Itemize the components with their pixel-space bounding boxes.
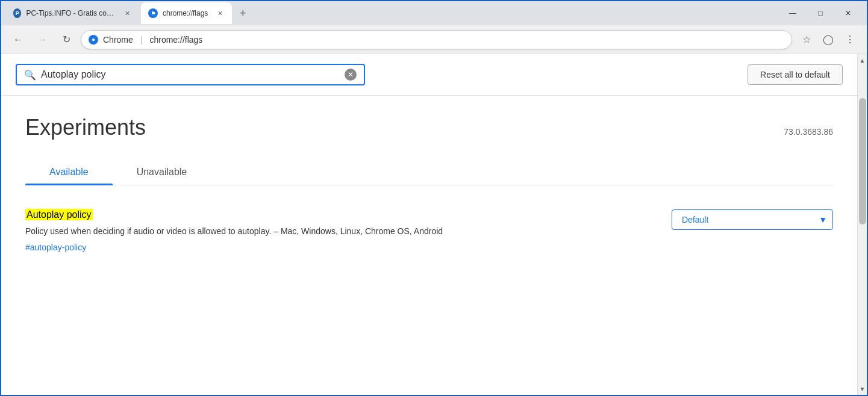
flag-link[interactable]: #autoplay-policy	[25, 243, 652, 252]
account-button[interactable]: ◯	[819, 30, 838, 49]
flags-header: 🔍 ✕ Reset all to default	[1, 54, 857, 96]
flag-name: Autoplay policy	[25, 209, 93, 220]
address-bar[interactable]: ● Chrome | chrome://flags	[81, 30, 792, 49]
version-text: 73.0.3683.86	[784, 127, 833, 137]
search-clear-button[interactable]: ✕	[345, 69, 357, 81]
address-path: chrome://flags	[149, 35, 202, 45]
scroll-thumb[interactable]	[859, 98, 866, 224]
search-input[interactable]	[41, 69, 340, 80]
bookmark-button[interactable]: ☆	[797, 30, 816, 49]
tab-flags[interactable]: chrome://flags ✕	[141, 2, 232, 24]
tab-flags-close[interactable]: ✕	[215, 8, 225, 18]
tab-flags-title: chrome://flags	[163, 9, 208, 17]
tab-pctips-favicon: P	[13, 8, 21, 18]
reset-all-button[interactable]: Reset all to default	[748, 64, 843, 85]
close-button[interactable]: ✕	[834, 4, 862, 23]
tab-pctips-close[interactable]: ✕	[123, 8, 131, 18]
flag-name-wrapper: Autoplay policy	[25, 209, 652, 220]
content-area: 🔍 ✕ Reset all to default Experiments 73.…	[1, 54, 867, 395]
address-separator: |	[140, 35, 143, 45]
minimize-button[interactable]: —	[779, 4, 807, 23]
main-content: 🔍 ✕ Reset all to default Experiments 73.…	[1, 54, 857, 395]
flag-description: Policy used when deciding if audio or vi…	[25, 225, 495, 238]
maximize-button[interactable]: □	[807, 4, 834, 23]
tabs-container: Available Unavailable	[25, 159, 833, 185]
flag-select[interactable]: Default No user gesture required User ge…	[672, 209, 833, 230]
flag-entry: Autoplay policy Policy used when decidin…	[25, 200, 833, 262]
tab-flags-favicon	[148, 8, 158, 18]
tab-pctips-title: PC-Tips.INFO - Gratis computer t	[26, 9, 116, 17]
search-box: 🔍 ✕	[16, 64, 365, 85]
flag-info: Autoplay policy Policy used when decidin…	[25, 209, 652, 252]
forward-button[interactable]: →	[33, 30, 52, 49]
browser-window: P PC-Tips.INFO - Gratis computer t ✕ chr…	[0, 0, 868, 396]
flags-list: Autoplay policy Policy used when decidin…	[25, 185, 833, 276]
tab-unavailable[interactable]: Unavailable	[113, 159, 211, 185]
address-favicon: ●	[89, 35, 98, 45]
titlebar: P PC-Tips.INFO - Gratis computer t ✕ chr…	[1, 1, 867, 25]
window-controls: — □ ✕	[779, 4, 862, 23]
search-icon: 🔍	[24, 69, 36, 81]
tab-available[interactable]: Available	[25, 159, 113, 185]
menu-button[interactable]: ⋮	[840, 30, 860, 49]
reload-button[interactable]: ↻	[57, 30, 76, 49]
back-button[interactable]: ←	[8, 30, 28, 49]
tab-pctips[interactable]: P PC-Tips.INFO - Gratis computer t ✕	[6, 2, 139, 24]
scroll-down-arrow[interactable]: ▼	[858, 383, 867, 395]
dropdown-wrapper: Default No user gesture required User ge…	[672, 209, 833, 230]
experiments-header: Experiments 73.0.3683.86	[25, 115, 833, 140]
page-title: Experiments	[25, 115, 146, 140]
experiments-section: Experiments 73.0.3683.86 Available Unava…	[1, 96, 857, 295]
scroll-track[interactable]	[858, 66, 867, 383]
address-origin: Chrome	[103, 35, 133, 45]
flag-control: Default No user gesture required User ge…	[672, 209, 833, 230]
navbar: ← → ↻ ● Chrome | chrome://flags ☆ ◯ ⋮	[1, 25, 867, 54]
scrollbar: ▲ ▼	[857, 54, 867, 395]
scroll-up-arrow[interactable]: ▲	[858, 54, 867, 66]
nav-actions: ☆ ◯ ⋮	[797, 30, 860, 49]
new-tab-button[interactable]: +	[234, 5, 251, 22]
